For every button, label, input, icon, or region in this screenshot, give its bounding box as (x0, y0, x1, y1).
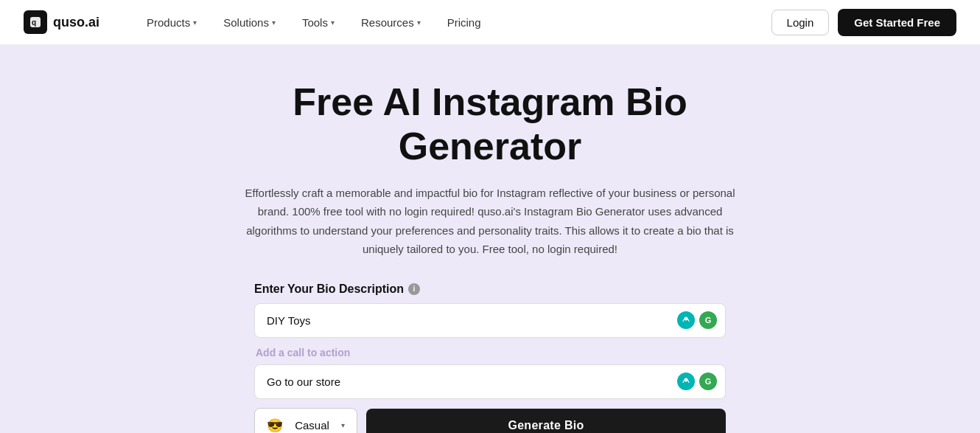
page-title: Free AI Instagram Bio Generator (232, 80, 748, 169)
bio-field-label: Enter Your Bio Description i (254, 283, 726, 296)
bio-form: Enter Your Bio Description i G Add a cal… (254, 283, 726, 433)
nav-actions: Login Get Started Free (771, 9, 956, 36)
chevron-down-icon: ▾ (272, 18, 276, 27)
grammarly-icon[interactable]: G (699, 311, 717, 329)
nav-tools[interactable]: Tools ▾ (290, 10, 346, 35)
svg-text:q: q (32, 18, 36, 27)
hero-subtitle: Effortlessly craft a memorable and impac… (239, 184, 741, 259)
logo-text: quso.ai (53, 15, 99, 30)
nav-solutions[interactable]: Solutions ▾ (211, 10, 287, 35)
tone-emoji: 😎 (267, 418, 283, 433)
nav-links: Products ▾ Solutions ▾ Tools ▾ Resources… (135, 10, 771, 35)
cta-input-icons: G (677, 373, 717, 390)
nav-products[interactable]: Products ▾ (135, 10, 209, 35)
main-content: Free AI Instagram Bio Generator Effortle… (0, 45, 980, 433)
nav-resources[interactable]: Resources ▾ (349, 10, 433, 35)
nav-pricing[interactable]: Pricing (435, 10, 493, 35)
tone-label: Casual (295, 419, 329, 432)
navbar: q quso.ai Products ▾ Solutions ▾ Tools ▾… (0, 0, 980, 45)
logo-link[interactable]: q quso.ai (24, 10, 99, 34)
chevron-down-icon: ▾ (417, 18, 421, 27)
logo-icon: q (24, 10, 47, 34)
tone-selector[interactable]: 😎 Casual ▾ (254, 408, 357, 433)
bio-input[interactable] (254, 303, 726, 338)
chevron-down-icon: ▾ (193, 18, 197, 27)
voice-icon[interactable] (677, 311, 695, 329)
bottom-row: 😎 Casual ▾ Generate Bio (254, 408, 726, 433)
grammarly-icon-2[interactable]: G (699, 373, 717, 390)
chevron-down-icon: ▾ (331, 18, 335, 27)
chevron-down-icon: ▾ (341, 421, 345, 429)
generate-button[interactable]: Generate Bio (366, 409, 726, 433)
bio-input-wrapper: G (254, 303, 726, 338)
login-button[interactable]: Login (771, 10, 830, 35)
cta-input[interactable] (254, 364, 726, 399)
get-started-button[interactable]: Get Started Free (838, 9, 956, 36)
info-icon[interactable]: i (408, 283, 420, 295)
cta-input-wrapper: G (254, 364, 726, 399)
voice-icon-2[interactable] (677, 373, 695, 390)
bio-input-icons: G (677, 311, 717, 329)
cta-field-label: Add a call to action (254, 347, 726, 358)
